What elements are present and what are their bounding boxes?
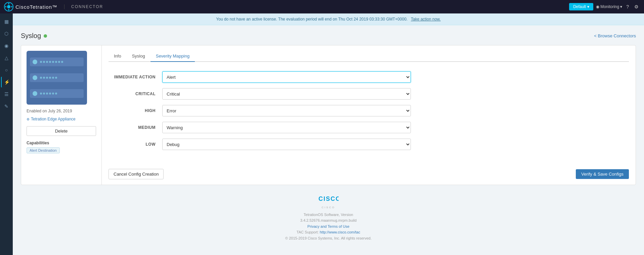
help-button[interactable]: ? [625,3,630,11]
sidebar-item-topology[interactable]: ⬡ [1,28,12,39]
tab-syslog[interactable]: Syslog [127,51,151,62]
tetration-link-label: Tetration Edge Appliance [31,117,76,121]
form-footer-actions: Cancel Config Creation Verify & Save Con… [109,165,629,179]
chevron-down-icon-monitoring: ▾ [620,4,622,9]
navbar: CiscoTetration™ CONNECTOR Default ▾ ◉ Mo… [0,0,644,13]
sidebar-item-settings-nav[interactable]: ☰ [1,89,12,100]
footer-copyright: © 2015-2019 Cisco Systems, Inc. All righ… [21,235,636,242]
page-header: Syslog < Browse Connectors [21,32,636,40]
link-icon: ⚙ [27,117,30,121]
privacy-link[interactable]: Privacy and Terms of Use [307,224,349,228]
cancel-button[interactable]: Cancel Config Creation [109,169,164,179]
chevron-down-icon: ▾ [587,4,589,9]
svg-point-5 [11,6,12,7]
footer-tac: TAC Support: http://www.cisco.com/tac [21,229,636,235]
label-critical: CRITICAL [109,92,162,96]
brand-name: CiscoTetration™ [15,4,57,10]
form-row-high: HIGH Alert Critical Error Warning Notice… [109,105,629,116]
left-panel: Enabled on July 26, 2019 ⚙ Tetration Edg… [21,45,102,185]
sidebar-item-alerts[interactable]: △ [1,52,12,63]
delete-button[interactable]: Delete [27,126,96,136]
sidebar-item-policies[interactable]: ○ [1,65,12,75]
license-action-link[interactable]: Take action now. [411,17,441,22]
sidebar-item-edit[interactable]: ✎ [1,101,12,112]
connector-card: Enabled on July 26, 2019 ⚙ Tetration Edg… [21,45,636,185]
form-row-immediate-action: IMMEDIATE ACTION Alert Critical Error Wa… [109,71,629,83]
cisco-logo-sub: CISCO [21,206,636,210]
server-dots-3 [40,93,57,95]
label-high: HIGH [109,108,162,113]
cisco-svg: CISCO [318,195,339,203]
default-label: Default [573,4,586,9]
svg-text:CISCO: CISCO [318,195,339,202]
settings-button[interactable]: ⚙ [633,3,640,11]
cisco-footer-logo: CISCO CISCO [21,195,636,210]
monitoring-link[interactable]: ◉ Monitoring ▾ [596,4,622,9]
select-critical[interactable]: Alert Critical Error Warning Notice Info… [162,88,411,100]
main-content: You do not have an active license. The e… [13,13,644,255]
cisco-logo-text: CISCO [21,195,636,206]
select-low[interactable]: Alert Critical Error Warning Notice Info… [162,139,411,150]
server-row-1 [30,58,84,66]
tetration-link[interactable]: ⚙ Tetration Edge Appliance [27,117,96,121]
server-row-3 [30,89,84,98]
license-message: You do not have an active license. The e… [216,17,407,22]
server-dots-2 [40,77,57,79]
select-high[interactable]: Alert Critical Error Warning Notice Info… [162,105,411,116]
browse-connectors-link[interactable]: < Browse Connectors [594,33,636,38]
form-row-medium: MEDIUM Alert Critical Error Warning Noti… [109,122,629,133]
navbar-right: Default ▾ ◉ Monitoring ▾ ? ⚙ [569,3,640,11]
license-banner: You do not have an active license. The e… [13,13,644,25]
select-medium[interactable]: Alert Critical Error Warning Notice Info… [162,122,411,133]
sidebar: ▦ ⬡ ◉ △ ○ ⚡ ☰ ✎ [0,13,13,255]
server-dot-1 [33,60,37,64]
tac-link[interactable]: http://www.cisco.com/tac [320,230,360,234]
right-panel: Info Syslog Severity Mapping IMME [102,45,636,185]
form-section: IMMEDIATE ACTION Alert Critical Error Wa… [109,69,629,158]
monitoring-label: Monitoring [600,4,619,9]
tabs: Info Syslog Severity Mapping [109,51,629,62]
sidebar-item-dashboard[interactable]: ▦ [1,16,12,27]
connector-image [27,51,87,105]
monitoring-icon: ◉ [596,4,599,9]
page-title-row: Syslog [21,32,47,40]
cisco-tetration-logo [4,2,13,11]
content-area: Syslog < Browse Connectors [13,25,644,255]
sidebar-item-connectors[interactable]: ⚡ [1,77,12,87]
form-row-critical: CRITICAL Alert Critical Error Warning No… [109,88,629,100]
brand-logo-area: CiscoTetration™ [4,2,57,11]
footer-version: 3.4.2.52676.maanmug.mrpm.build [21,218,636,224]
form-row-low: LOW Alert Critical Error Warning Notice … [109,139,629,150]
label-low: LOW [109,142,162,147]
label-immediate-action: IMMEDIATE ACTION [109,75,162,79]
server-dot-3 [33,91,37,96]
page-title: Syslog [21,32,41,40]
tab-info[interactable]: Info [109,51,127,62]
select-immediate-action[interactable]: Alert Critical Error Warning Notice Info… [162,71,411,83]
footer-privacy: Privacy and Terms of Use [21,224,636,230]
footer-software: TetrationOS Software, Version [21,212,636,218]
capability-badge: Alert Destination [27,147,60,153]
label-medium: MEDIUM [109,125,162,130]
svg-point-1 [7,5,10,8]
server-dots-1 [40,61,63,63]
status-badge [44,34,47,38]
svg-point-3 [8,9,9,10]
verify-save-button[interactable]: Verify & Save Configs [576,169,629,179]
connector-label: CONNECTOR [64,4,103,9]
layout: ▦ ⬡ ◉ △ ○ ⚡ ☰ ✎ You do not have an activ… [0,13,644,255]
page-footer: CISCO CISCO TetrationOS Software, Versio… [21,185,636,248]
svg-point-2 [8,3,9,4]
server-dot-2 [33,75,37,80]
enabled-text: Enabled on July 26, 2019 [27,109,96,113]
sidebar-item-visibility[interactable]: ◉ [1,40,12,51]
capabilities-label: Capabilities [27,141,96,145]
tab-severity-mapping[interactable]: Severity Mapping [151,51,195,62]
default-button[interactable]: Default ▾ [569,3,593,10]
server-row-2 [30,73,84,82]
svg-point-4 [5,6,6,7]
